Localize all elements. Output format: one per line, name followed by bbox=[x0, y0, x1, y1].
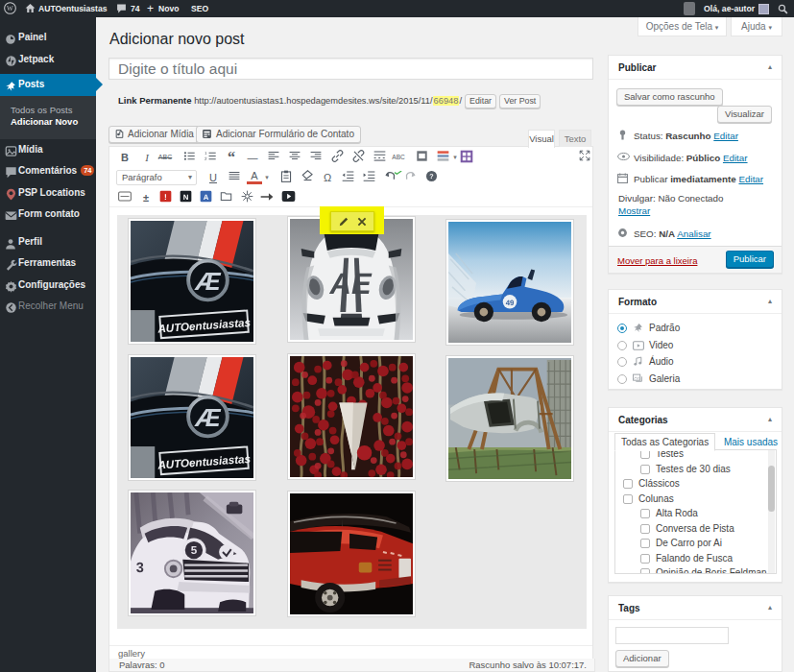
svg-text:1: 1 bbox=[205, 151, 207, 156]
svg-text:2: 2 bbox=[205, 157, 207, 162]
svg-text:?: ? bbox=[429, 173, 434, 180]
svg-text:Æ: Æ bbox=[193, 403, 221, 431]
svg-text:3: 3 bbox=[136, 561, 144, 576]
svg-text:49: 49 bbox=[506, 299, 515, 307]
svg-text:AE: AE bbox=[329, 266, 373, 300]
svg-text:Æ: Æ bbox=[193, 267, 221, 295]
svg-text:W: W bbox=[7, 5, 13, 12]
svg-text:N: N bbox=[182, 193, 188, 202]
svg-text:!: ! bbox=[164, 192, 167, 202]
svg-text:A: A bbox=[203, 193, 208, 202]
svg-text:5: 5 bbox=[191, 544, 198, 558]
